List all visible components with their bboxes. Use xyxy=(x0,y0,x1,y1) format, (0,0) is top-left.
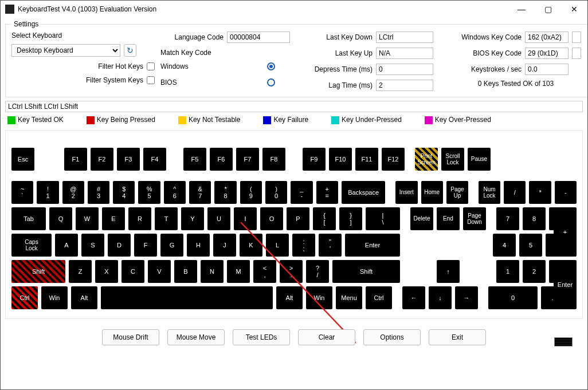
key-c[interactable]: C xyxy=(121,260,144,283)
key-delete[interactable]: Delete xyxy=(410,207,433,230)
exit-button[interactable]: Exit xyxy=(429,329,486,345)
options-button[interactable]: Options xyxy=(363,329,421,345)
match-windows-radio[interactable] xyxy=(267,62,275,70)
key-f5[interactable]: F5 xyxy=(183,148,206,171)
key-np-7[interactable]: 7 xyxy=(496,207,519,230)
key-a[interactable]: A xyxy=(55,234,78,257)
key-semicolon[interactable]: :; xyxy=(292,234,315,257)
key-np-0[interactable]: 0 xyxy=(488,286,538,309)
maximize-button[interactable]: ▢ xyxy=(535,1,561,18)
key-f9[interactable]: F9 xyxy=(303,148,326,171)
key-w[interactable]: W xyxy=(76,207,99,230)
key-lwin[interactable]: Win xyxy=(41,286,68,309)
clear-button[interactable]: Clear xyxy=(298,329,355,345)
key-np-5[interactable]: 5 xyxy=(519,234,542,257)
key-print-screen[interactable]: PrintScreen xyxy=(415,148,438,171)
key-quote[interactable]: "' xyxy=(319,234,342,257)
key-f11[interactable]: F11 xyxy=(355,148,378,171)
key-j[interactable]: J xyxy=(213,234,236,257)
key-pause[interactable]: Pause xyxy=(468,148,491,171)
minimize-button[interactable]: — xyxy=(508,1,535,18)
key-down[interactable]: ↓ xyxy=(429,286,452,309)
key-lalt[interactable]: Alt xyxy=(71,286,97,309)
key-np-enter[interactable]: Enter xyxy=(554,260,577,309)
key-tilde[interactable]: ~` xyxy=(11,181,33,204)
key-end[interactable]: End xyxy=(437,207,460,230)
key-scroll-lock[interactable]: ScrollLock xyxy=(441,148,464,171)
key-u[interactable]: U xyxy=(207,207,230,230)
key-minus[interactable]: _- xyxy=(291,181,312,204)
key-p[interactable]: P xyxy=(287,207,309,230)
key-l[interactable]: L xyxy=(266,234,289,257)
key-lshift[interactable]: Shift xyxy=(11,260,65,283)
key-np-1[interactable]: 1 xyxy=(496,260,519,283)
key-o[interactable]: O xyxy=(260,207,283,230)
key-home[interactable]: Home xyxy=(421,181,443,204)
test-leds-button[interactable]: Test LEDs xyxy=(233,329,290,345)
key-lbracket[interactable]: {[ xyxy=(313,207,336,230)
key-esc[interactable]: Esc xyxy=(11,148,34,171)
key-num-lock[interactable]: NumLock xyxy=(479,181,500,204)
key-np-subtract[interactable]: - xyxy=(555,181,577,204)
key-x[interactable]: X xyxy=(95,260,118,283)
key-ralt[interactable]: Alt xyxy=(276,286,303,309)
key-rbracket[interactable]: }] xyxy=(339,207,362,230)
key-menu[interactable]: Menu xyxy=(336,286,362,309)
key-v[interactable]: V xyxy=(148,260,171,283)
close-button[interactable]: ✕ xyxy=(561,1,587,18)
key-rctrl[interactable]: Ctrl xyxy=(366,286,392,309)
key-2[interactable]: @2 xyxy=(62,181,84,204)
key-left[interactable]: ← xyxy=(402,286,425,309)
key-np-multiply[interactable]: * xyxy=(529,181,551,204)
key-r[interactable]: R xyxy=(128,207,151,230)
key-t[interactable]: T xyxy=(155,207,178,230)
key-g[interactable]: G xyxy=(160,234,183,257)
key-f7[interactable]: F7 xyxy=(236,148,259,171)
key-f1[interactable]: F1 xyxy=(64,148,87,171)
key-up[interactable]: ↑ xyxy=(437,260,460,283)
key-f2[interactable]: F2 xyxy=(91,148,113,171)
key-m[interactable]: M xyxy=(227,260,250,283)
key-rwin[interactable]: Win xyxy=(306,286,332,309)
key-page-up[interactable]: PageUp xyxy=(446,181,468,204)
key-f[interactable]: F xyxy=(134,234,157,257)
match-bios-radio[interactable] xyxy=(267,78,275,86)
key-f8[interactable]: F8 xyxy=(262,148,285,171)
key-np-8[interactable]: 8 xyxy=(523,207,546,230)
key-i[interactable]: I xyxy=(234,207,257,230)
key-b[interactable]: B xyxy=(174,260,197,283)
key-insert[interactable]: Insert xyxy=(395,181,417,204)
key-tab[interactable]: Tab xyxy=(11,207,46,230)
key-f3[interactable]: F3 xyxy=(117,148,140,171)
key-np-4[interactable]: 4 xyxy=(493,234,516,257)
key-caps-lock[interactable]: CapsLock xyxy=(11,234,52,257)
key-np-add[interactable]: + xyxy=(554,207,577,257)
key-1[interactable]: !1 xyxy=(37,181,58,204)
key-y[interactable]: Y xyxy=(181,207,204,230)
key-rshift[interactable]: Shift xyxy=(332,260,400,283)
key-6[interactable]: ^6 xyxy=(164,181,186,204)
key-right[interactable]: → xyxy=(455,286,478,309)
keyboard-select[interactable]: Desktop Keyboard xyxy=(11,44,120,57)
key-n[interactable]: N xyxy=(201,260,224,283)
filter-hot-keys-checkbox[interactable] xyxy=(147,62,155,70)
key-backspace[interactable]: Backspace xyxy=(342,181,386,204)
key-enter[interactable]: Enter xyxy=(345,234,400,257)
key-f6[interactable]: F6 xyxy=(210,148,233,171)
key-lctrl[interactable]: Ctrl xyxy=(11,286,38,309)
key-e[interactable]: E xyxy=(102,207,125,230)
key-f10[interactable]: F10 xyxy=(329,148,352,171)
key-3[interactable]: #3 xyxy=(88,181,109,204)
language-code-field[interactable] xyxy=(227,31,290,43)
key-page-down[interactable]: PageDown xyxy=(463,207,486,230)
key-period[interactable]: >. xyxy=(280,260,303,283)
key-f12[interactable]: F12 xyxy=(382,148,405,171)
mouse-move-button[interactable]: Mouse Move xyxy=(167,329,225,345)
key-0[interactable]: )0 xyxy=(265,181,287,204)
key-9[interactable]: (9 xyxy=(240,181,262,204)
key-slash[interactable]: ?/ xyxy=(306,260,329,283)
key-s[interactable]: S xyxy=(81,234,104,257)
key-np-divide[interactable]: / xyxy=(504,181,526,204)
key-4[interactable]: $4 xyxy=(113,181,135,204)
refresh-button[interactable]: ↻ xyxy=(124,44,136,57)
